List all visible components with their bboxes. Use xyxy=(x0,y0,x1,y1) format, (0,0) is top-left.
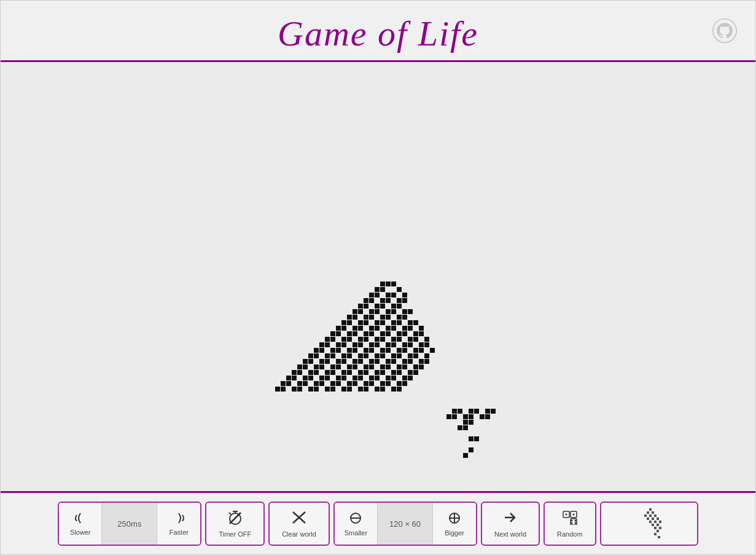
faster-label: Faster xyxy=(170,529,189,536)
bigger-label: Bigger xyxy=(445,529,464,537)
grid-size-display: 120 × 60 xyxy=(378,503,433,545)
clear-world-icon xyxy=(291,510,307,528)
app-container: Game of Life Slower 250ms xyxy=(0,0,756,555)
svg-rect-38 xyxy=(659,527,661,529)
smaller-icon xyxy=(348,511,363,527)
svg-rect-23 xyxy=(649,508,652,511)
timer-display: 250ms xyxy=(102,503,157,545)
svg-rect-39 xyxy=(657,530,659,532)
slower-label: Slower xyxy=(70,529,91,536)
svg-rect-31 xyxy=(657,518,659,520)
random-button[interactable]: Random xyxy=(544,502,596,546)
svg-rect-33 xyxy=(654,521,657,523)
svg-rect-25 xyxy=(652,511,654,514)
svg-rect-37 xyxy=(654,527,657,529)
svg-rect-30 xyxy=(652,518,654,520)
bigger-button[interactable]: Bigger xyxy=(433,503,476,545)
svg-rect-24 xyxy=(647,511,649,514)
github-icon[interactable] xyxy=(712,18,737,43)
cursor-pattern-svg xyxy=(625,505,674,542)
svg-rect-36 xyxy=(657,524,659,526)
timer-value: 250ms xyxy=(117,519,141,529)
svg-rect-28 xyxy=(654,514,657,517)
clear-world-label: Clear world xyxy=(282,530,316,538)
svg-rect-32 xyxy=(649,521,652,523)
size-group: Smaller 120 × 60 Bigger xyxy=(333,502,477,546)
svg-point-17 xyxy=(565,513,567,515)
game-canvas[interactable] xyxy=(1,62,755,491)
svg-line-4 xyxy=(229,513,231,514)
svg-rect-16 xyxy=(571,519,577,525)
random-icon xyxy=(562,510,578,528)
slower-button[interactable]: Slower xyxy=(59,503,102,545)
timer-off-icon xyxy=(227,510,243,528)
bigger-icon xyxy=(447,511,462,527)
timer-off-button[interactable]: Timer OFF xyxy=(205,502,265,546)
svg-point-18 xyxy=(572,513,574,515)
smaller-button[interactable]: Smaller xyxy=(335,503,378,545)
next-world-icon xyxy=(502,510,518,528)
cursor-pattern-area[interactable] xyxy=(600,502,698,546)
next-world-label: Next world xyxy=(494,530,526,538)
svg-rect-41 xyxy=(658,536,660,538)
random-label: Random xyxy=(557,530,583,538)
grid-size-value: 120 × 60 xyxy=(389,519,421,529)
svg-point-0 xyxy=(713,18,736,42)
svg-rect-26 xyxy=(644,514,647,517)
timer-off-label: Timer OFF xyxy=(219,530,251,538)
svg-rect-40 xyxy=(654,533,657,535)
slower-icon xyxy=(73,512,88,526)
svg-point-22 xyxy=(574,519,576,521)
svg-rect-34 xyxy=(659,521,661,523)
game-canvas-area[interactable] xyxy=(1,62,755,491)
svg-rect-29 xyxy=(647,518,649,520)
smaller-label: Smaller xyxy=(345,529,367,537)
toolbar: Slower 250ms Faster xyxy=(1,493,755,554)
clear-world-button[interactable]: Clear world xyxy=(268,502,330,546)
svg-point-19 xyxy=(571,519,572,521)
speed-group: Slower 250ms Faster xyxy=(58,502,201,546)
header: Game of Life xyxy=(1,1,755,60)
next-world-button[interactable]: Next world xyxy=(481,502,540,546)
page-title: Game of Life xyxy=(278,13,478,54)
svg-rect-35 xyxy=(652,524,654,526)
faster-button[interactable]: Faster xyxy=(157,503,200,545)
svg-rect-27 xyxy=(649,514,652,517)
svg-point-20 xyxy=(574,522,576,524)
faster-icon xyxy=(171,512,186,526)
svg-point-21 xyxy=(571,522,572,524)
